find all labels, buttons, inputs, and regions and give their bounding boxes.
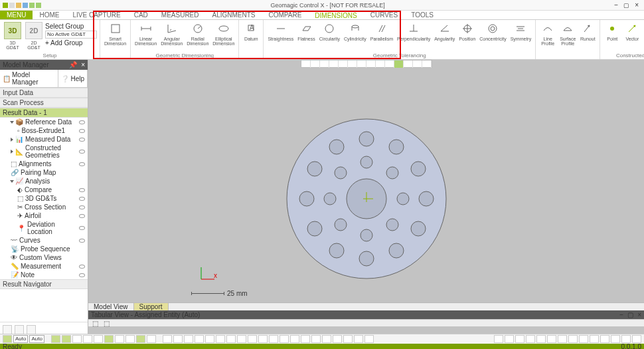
panel-tool-1[interactable] [3, 325, 12, 334]
st-r14[interactable] [632, 335, 641, 343]
tree-alignments[interactable]: ⬚Alignments [0, 160, 88, 168]
menu-tab-compare[interactable]: COMPARE [262, 11, 309, 19]
angularity-button[interactable]: Angularity [433, 21, 456, 42]
vp-tool-2[interactable] [311, 60, 320, 68]
tabular-tab-2[interactable]: ⬚ [104, 320, 110, 327]
menu-tab-alignments[interactable]: ALIGNMENTS [206, 11, 262, 19]
st-28[interactable] [343, 335, 353, 343]
maximize-icon[interactable]: ▢ [623, 2, 629, 9]
vp-tool-13[interactable] [413, 60, 422, 68]
st-7[interactable] [115, 335, 124, 343]
elliptical-dimension-button[interactable]: EllipticalDimension [211, 21, 236, 47]
qat-save-icon[interactable] [23, 3, 28, 8]
smart-dimension-button[interactable]: SmartDimension [103, 21, 127, 47]
radial-dimension-button[interactable]: RadialDimension [185, 21, 210, 47]
tree-3d-gdts[interactable]: ⬚3D GD&Ts [0, 194, 88, 203]
scan-process-section[interactable]: Scan Process [0, 98, 88, 108]
support-tab[interactable]: Support [134, 303, 169, 310]
viewport[interactable]: x 25 mm Model View Support Tabular View … [88, 60, 644, 337]
st-13[interactable] [184, 335, 193, 343]
st-30[interactable] [364, 335, 374, 343]
vp-tool-14[interactable] [422, 60, 432, 68]
angular-dimension-button[interactable]: AngularDimension [159, 21, 184, 47]
surface-profile-button[interactable]: SurfaceProfile [558, 21, 577, 47]
st-4[interactable] [83, 335, 92, 343]
position-button[interactable]: Position [457, 21, 477, 42]
st-11[interactable] [163, 335, 172, 343]
qat-open-icon[interactable] [16, 3, 21, 8]
menu-tab-curves[interactable]: CURVES [364, 11, 405, 19]
vp-tool-10[interactable] [385, 60, 394, 68]
vp-tool-3[interactable] [320, 60, 329, 68]
symmetry-button[interactable]: Symmetry [509, 21, 533, 42]
panel-tool-3[interactable] [27, 325, 36, 334]
tree-measurement[interactable]: 📏Measurement [0, 262, 88, 271]
st-9[interactable] [136, 335, 145, 343]
cylindricity-button[interactable]: Cylindricity [343, 21, 368, 42]
minimize-icon[interactable]: − [614, 1, 618, 9]
model-view-tab[interactable]: Model View [88, 303, 134, 310]
model-manager-tab[interactable]: 📋Model Manager [0, 70, 58, 87]
st-r12[interactable] [611, 335, 620, 343]
help-tab[interactable]: ❔Help [58, 70, 88, 87]
st-1[interactable] [51, 335, 60, 343]
st-r13[interactable] [621, 335, 631, 343]
close-icon[interactable]: × [635, 1, 639, 9]
panel-tool-2[interactable] [15, 325, 24, 334]
st-22[interactable] [280, 335, 289, 343]
panel-close-icon[interactable]: × [81, 61, 85, 68]
tree-boss-extrude[interactable]: ▫Boss-Extrude1 [0, 126, 88, 135]
active-gdt-combo[interactable]: No Active GD&T [45, 31, 97, 39]
menu-tab-cad[interactable]: CAD [127, 11, 155, 19]
qat-redo-icon[interactable] [36, 3, 41, 8]
tree-custom-views[interactable]: 👁Custom Views [0, 253, 88, 262]
vp-tool-12[interactable] [404, 60, 413, 68]
st-5[interactable] [94, 335, 103, 343]
tree-probe[interactable]: 📡Probe Sequence [0, 245, 88, 253]
auto-combo-1[interactable]: Auto [13, 335, 28, 343]
tree-cross-section[interactable]: ✂Cross Section [0, 203, 88, 211]
vp-tool-9[interactable] [376, 60, 385, 68]
st-14[interactable] [195, 335, 204, 343]
tree-airfoil[interactable]: ✈Airfoil [0, 211, 88, 220]
st-15[interactable] [205, 335, 214, 343]
st-26[interactable] [322, 335, 331, 343]
st-r7[interactable] [558, 335, 567, 343]
gdt-3d-button[interactable]: 3D 3DGD&T [3, 21, 23, 51]
qat-undo-icon[interactable] [29, 3, 35, 8]
st-r6[interactable] [547, 335, 556, 343]
st-8[interactable] [125, 335, 135, 343]
input-data-section[interactable]: Input Data [0, 88, 88, 98]
vp-tool-11[interactable] [394, 60, 404, 68]
line-profile-button[interactable]: LineProfile [538, 21, 557, 47]
qat-new-icon[interactable] [9, 3, 15, 8]
tabular-view-header[interactable]: Tabular View - Assigned Entity (Auto) −▢… [88, 310, 644, 319]
st-16[interactable] [216, 335, 225, 343]
st-6[interactable] [104, 335, 114, 343]
menu-tab-home[interactable]: HOME [33, 11, 66, 19]
result-navigator-section[interactable]: Result Navigator [0, 279, 88, 289]
st-r1[interactable] [494, 335, 503, 343]
menu-tab-menu[interactable]: MENU [0, 11, 33, 19]
tree-analysis[interactable]: 📈Analysis [0, 177, 88, 185]
part-model[interactable] [280, 112, 453, 285]
parallelism-button[interactable]: Parallelism [369, 21, 394, 42]
st-27[interactable] [333, 335, 342, 343]
tree-compare[interactable]: ⬖Compare [0, 185, 88, 194]
st-r11[interactable] [600, 335, 609, 343]
st-24[interactable] [301, 335, 310, 343]
st-r3[interactable] [515, 335, 524, 343]
linear-dimension-button[interactable]: LinearDimension [133, 21, 158, 47]
runout-button[interactable]: Runout [578, 21, 597, 42]
tree-deviation[interactable]: 📍Deviation Location [0, 220, 88, 236]
vector-button[interactable]: Vector [623, 21, 641, 42]
tree-measured-data[interactable]: 📊Measured Data [0, 135, 88, 144]
tree-pairing[interactable]: 🔗Pairing Map [0, 168, 88, 177]
result-data-section[interactable]: Result Data - 1 [0, 108, 88, 118]
add-group-button[interactable]: + Add Group [45, 39, 97, 47]
circularity-button[interactable]: Circularity [318, 21, 341, 42]
vp-tool-4[interactable] [329, 60, 339, 68]
status-icon-1[interactable] [3, 335, 12, 343]
st-r5[interactable] [536, 335, 546, 343]
st-r2[interactable] [505, 335, 514, 343]
